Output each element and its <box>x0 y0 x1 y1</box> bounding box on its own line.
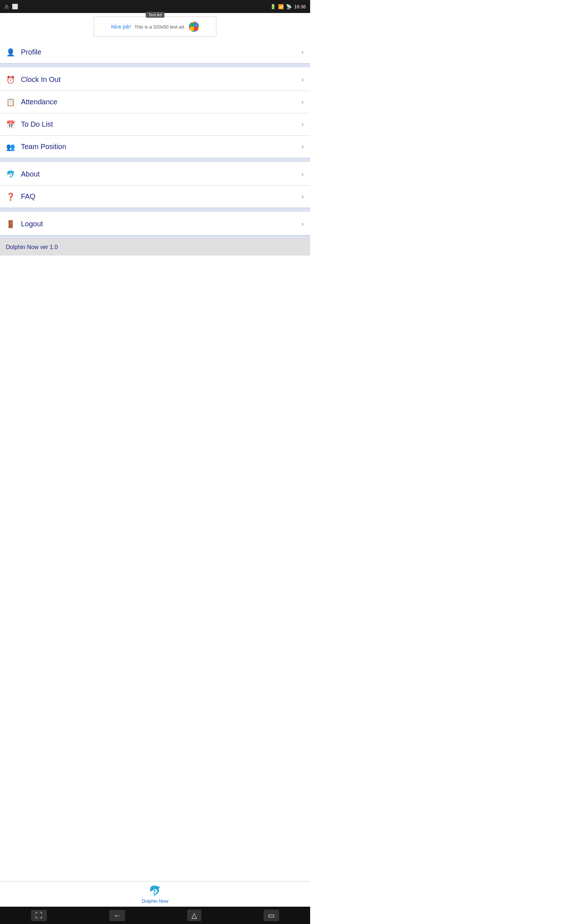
ad-nice-text: Nice job! <box>111 24 131 30</box>
status-bar: ⚠ ⬜ 🔋 📶 📡 16:36 <box>0 0 310 13</box>
todo-chevron: › <box>301 121 304 128</box>
todo-icon: 📅 <box>6 120 15 129</box>
faq-chevron: › <box>301 193 304 200</box>
section-divider-3 <box>0 208 310 212</box>
ad-inner[interactable]: Test Ad Nice job! This is a 320x50 test … <box>94 16 216 37</box>
menu-item-faq[interactable]: ❓ FAQ › <box>0 186 310 208</box>
ad-description: This is a 320x50 test ad. <box>134 24 185 30</box>
about-chevron: › <box>301 170 304 178</box>
team-chevron: › <box>301 143 304 150</box>
ad-label: Test Ad <box>146 12 164 18</box>
menu-item-team-position[interactable]: 👥 Team Position › <box>0 136 310 158</box>
section-divider-4 <box>0 235 310 239</box>
todo-label: To Do List <box>21 120 53 129</box>
menu-item-logout[interactable]: 🚪 Logout › <box>0 213 310 235</box>
team-label: Team Position <box>21 142 66 151</box>
team-icon: 👥 <box>6 142 15 151</box>
battery-icon: 🔋 <box>270 4 276 10</box>
status-left-icons: ⚠ ⬜ <box>4 3 18 10</box>
logout-chevron: › <box>301 220 304 228</box>
profile-chevron: › <box>301 48 304 56</box>
google-logo <box>189 22 199 32</box>
profile-label: Profile <box>21 48 42 56</box>
menu-group-1: 👤 Profile › <box>0 41 310 63</box>
faq-label: FAQ <box>21 192 35 201</box>
menu-item-profile[interactable]: 👤 Profile › <box>0 41 310 63</box>
menu-item-about[interactable]: 🐬 About › <box>0 163 310 186</box>
logout-icon: 🚪 <box>6 220 15 228</box>
menu-group-4: 🚪 Logout › <box>0 213 310 235</box>
about-icon: 🐬 <box>6 170 15 179</box>
version-bar: Dolphin Now ver 1.0 <box>0 239 310 255</box>
profile-icon: 👤 <box>6 48 15 57</box>
about-label: About <box>21 170 40 178</box>
menu-item-todo[interactable]: 📅 To Do List › <box>0 113 310 136</box>
screenshot-icon: ⬜ <box>12 3 18 10</box>
time-display: 16:36 <box>294 4 306 10</box>
attendance-chevron: › <box>301 98 304 106</box>
signal-icon: 📡 <box>286 4 292 10</box>
menu-item-clock-in-out[interactable]: ⏰ Clock In Out › <box>0 69 310 91</box>
logout-label: Logout <box>21 220 43 228</box>
menu-group-3: 🐬 About › ❓ FAQ › <box>0 163 310 208</box>
menu-group-2: ⏰ Clock In Out › 📋 Attendance › 📅 To Do … <box>0 69 310 158</box>
clock-label: Clock In Out <box>21 76 61 84</box>
wifi-icon: 📶 <box>278 4 284 10</box>
clock-chevron: › <box>301 76 304 83</box>
section-divider-2 <box>0 158 310 162</box>
menu-item-attendance[interactable]: 📋 Attendance › <box>0 91 310 113</box>
ad-banner: Test Ad Nice job! This is a 320x50 test … <box>0 13 310 40</box>
warning-icon: ⚠ <box>4 3 9 10</box>
section-divider-1 <box>0 63 310 67</box>
faq-icon: ❓ <box>6 192 15 201</box>
attendance-icon: 📋 <box>6 98 15 107</box>
clock-icon: ⏰ <box>6 76 15 84</box>
attendance-label: Attendance <box>21 98 57 106</box>
status-right-icons: 🔋 📶 📡 16:36 <box>270 4 306 10</box>
version-text: Dolphin Now ver 1.0 <box>6 244 58 250</box>
